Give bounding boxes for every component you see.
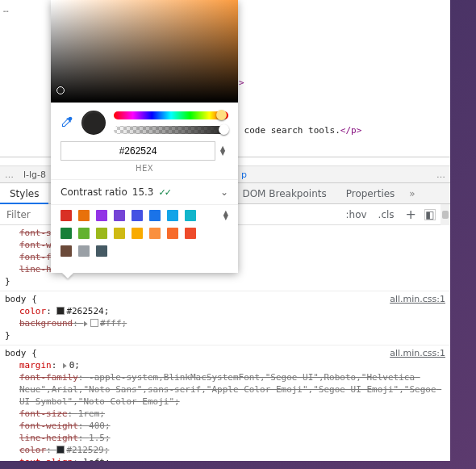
- prop-value[interactable]: left: [83, 457, 105, 461]
- palette-swatch[interactable]: [96, 210, 107, 221]
- prop-name[interactable]: margin: [19, 360, 52, 371]
- cls-toggle[interactable]: .cls: [375, 207, 398, 222]
- source-link[interactable]: all.min.css:1: [390, 347, 445, 359]
- color-picker: ▲▼ HEX Contrast ratio 15.3 ✓✓ ⌄ ▲▼: [51, 0, 238, 273]
- spectrum-field[interactable]: [51, 0, 238, 103]
- palette-swatch[interactable]: [149, 210, 161, 221]
- palette-swatch[interactable]: [78, 210, 90, 221]
- styles-filter-input[interactable]: [0, 209, 48, 220]
- style-rule[interactable]: all.min.css:1 body { margin: ▶0; font-fa…: [0, 345, 450, 461]
- palette-switcher[interactable]: ▲▼: [223, 211, 228, 220]
- format-switcher[interactable]: ▲▼: [220, 146, 228, 156]
- color-swatch[interactable]: [56, 307, 65, 315]
- chevron-down-icon[interactable]: ⌄: [220, 186, 228, 198]
- breadcrumb-overflow-left[interactable]: …: [0, 170, 19, 180]
- prop-value[interactable]: 1.5: [89, 433, 105, 443]
- palette-swatch[interactable]: [185, 228, 196, 239]
- contrast-label: Contrast ratio: [61, 186, 127, 198]
- palette-swatch[interactable]: [96, 245, 107, 257]
- hex-input[interactable]: [61, 141, 215, 161]
- palette-swatch[interactable]: [185, 210, 196, 221]
- source-link[interactable]: all.min.css:1: [390, 293, 445, 305]
- slider-thumb[interactable]: [216, 110, 227, 120]
- new-rule-button[interactable]: +: [403, 208, 420, 221]
- spectrum-cursor[interactable]: [56, 86, 65, 94]
- selector[interactable]: body: [5, 348, 27, 358]
- prop-name[interactable]: font-family: [19, 372, 78, 383]
- palette-swatch[interactable]: [61, 210, 72, 221]
- prop-name[interactable]: line-height: [19, 433, 78, 443]
- palette-swatch[interactable]: [78, 245, 90, 257]
- prop-name[interactable]: font-size: [19, 408, 68, 419]
- prop-name[interactable]: font-weight: [19, 421, 78, 431]
- style-rule[interactable]: all.min.css:1 body { color: #262524; bac…: [0, 291, 450, 345]
- prop-value[interactable]: 400: [89, 421, 105, 431]
- palette-swatch[interactable]: [61, 245, 72, 257]
- contrast-pass-icon: ✓✓: [158, 187, 169, 198]
- prop-value[interactable]: #fff: [100, 318, 122, 329]
- eyedropper-icon[interactable]: [61, 115, 73, 131]
- tag-close-angle[interactable]: >: [239, 77, 244, 88]
- prop-name[interactable]: color: [19, 445, 46, 455]
- color-swatch[interactable]: [56, 446, 65, 454]
- color-palette: ▲▼: [51, 205, 238, 273]
- text-node[interactable]: code search tools.: [239, 125, 340, 136]
- hue-slider[interactable]: [114, 111, 228, 119]
- palette-swatch[interactable]: [78, 228, 90, 239]
- color-swatch[interactable]: [90, 319, 98, 327]
- alpha-slider[interactable]: [114, 126, 228, 134]
- hov-toggle[interactable]: :hov: [343, 207, 370, 222]
- prop-name[interactable]: text-align: [19, 457, 73, 461]
- breadcrumb-item[interactable]: l-lg-8: [19, 170, 51, 180]
- palette-swatch[interactable]: [132, 210, 143, 221]
- slider-thumb[interactable]: [219, 124, 229, 135]
- palette-swatch[interactable]: [96, 228, 107, 239]
- contrast-ratio-row[interactable]: Contrast ratio 15.3 ✓✓ ⌄: [51, 180, 238, 204]
- palette-swatch[interactable]: [114, 210, 125, 221]
- prop-name[interactable]: color: [19, 306, 46, 316]
- palette-swatch[interactable]: [167, 210, 178, 221]
- prop-value[interactable]: #262524: [66, 306, 103, 316]
- color-format-label: HEX: [51, 164, 238, 179]
- computed-panel-toggle-icon[interactable]: ◧: [424, 209, 436, 220]
- breadcrumb-item-selected[interactable]: p: [236, 170, 252, 180]
- tab-properties[interactable]: Properties: [336, 183, 405, 204]
- current-color-swatch: [81, 111, 106, 135]
- contrast-value: 15.3: [132, 186, 154, 198]
- palette-swatch[interactable]: [61, 228, 72, 239]
- palette-swatch[interactable]: [167, 228, 178, 239]
- palette-swatch[interactable]: [149, 228, 161, 239]
- scroll-thumb[interactable]: [442, 211, 449, 219]
- selector[interactable]: body: [5, 294, 27, 304]
- prop-value[interactable]: 1rem: [78, 408, 100, 419]
- palette-swatch[interactable]: [114, 228, 125, 239]
- prop-value[interactable]: #212529: [66, 445, 103, 455]
- closing-tag-p[interactable]: </p>: [340, 125, 362, 136]
- tabs-overflow-icon[interactable]: »: [409, 188, 415, 199]
- tab-dom-breakpoints[interactable]: DOM Breakpoints: [232, 183, 336, 204]
- tab-styles[interactable]: Styles: [0, 183, 48, 204]
- devtools-panel: … ▸<P></P> == $0 > code search tools.</p…: [0, 0, 450, 461]
- prop-name[interactable]: background: [19, 318, 73, 329]
- palette-swatch[interactable]: [132, 228, 143, 239]
- breadcrumb-overflow-right[interactable]: …: [432, 170, 450, 180]
